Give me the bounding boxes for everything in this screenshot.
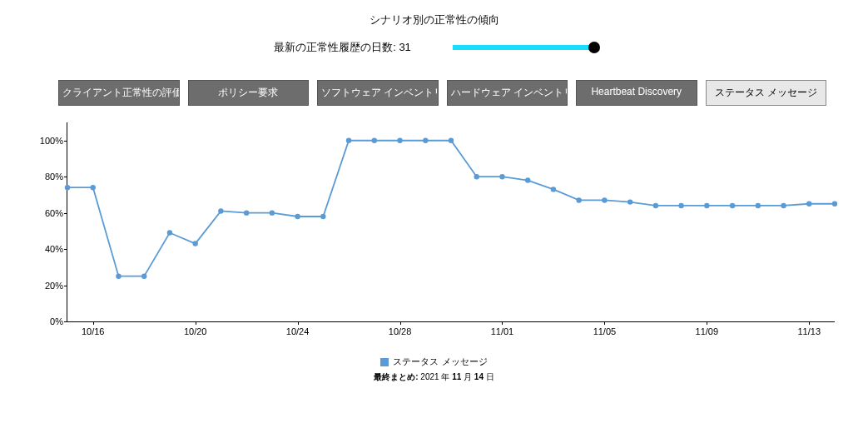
- last-updated: 最終まとめ: 2021 年 11 月 14 日: [8, 371, 860, 383]
- x-tick-label: 11/01: [491, 326, 514, 336]
- data-point: [525, 177, 530, 182]
- data-point: [192, 241, 197, 246]
- data-point: [602, 197, 607, 202]
- data-point: [65, 185, 70, 190]
- tab-status-messages[interactable]: ステータス メッセージ: [706, 80, 827, 106]
- x-tick-label: 10/28: [389, 326, 412, 336]
- data-point: [704, 203, 709, 208]
- slider-track: [453, 45, 594, 50]
- x-tick-label: 11/09: [696, 326, 719, 336]
- y-tick-label: 40%: [30, 244, 63, 254]
- data-point: [551, 187, 556, 192]
- legend-swatch: [380, 358, 389, 366]
- data-point: [806, 202, 811, 207]
- data-point: [244, 210, 249, 215]
- slider-thumb[interactable]: [588, 42, 600, 53]
- data-point: [781, 203, 786, 208]
- data-point: [678, 203, 683, 208]
- x-tick-label: 10/24: [286, 326, 310, 336]
- data-point: [218, 208, 223, 213]
- data-point: [397, 138, 402, 143]
- days-slider[interactable]: [453, 42, 594, 53]
- y-tick-label: 60%: [30, 208, 63, 218]
- data-point: [91, 185, 96, 190]
- y-tick-label: 20%: [30, 281, 63, 291]
- data-point: [320, 214, 325, 219]
- data-point: [474, 174, 479, 179]
- data-point: [449, 138, 454, 143]
- data-point: [116, 273, 121, 278]
- plot-area: 0%20%40%60%80%100%10/1610/2010/2410/2811…: [67, 122, 835, 322]
- tab-hardware-inventory[interactable]: ハードウェア インベントリ: [447, 80, 568, 106]
- data-point: [756, 203, 761, 208]
- data-point: [372, 138, 377, 143]
- data-point: [576, 197, 581, 202]
- series-line: [67, 141, 835, 276]
- data-point: [730, 203, 735, 208]
- line-series: [67, 122, 835, 321]
- x-tick-label: 11/13: [798, 326, 821, 336]
- x-tick-label: 10/20: [184, 326, 207, 336]
- slider-value: 31: [399, 41, 410, 53]
- tab-client-health-eval[interactable]: クライアント正常性の評価: [58, 80, 180, 106]
- legend-label: ステータス メッセージ: [393, 356, 487, 366]
- chart: 0%20%40%60%80%100%10/1610/2010/2410/2811…: [25, 114, 835, 347]
- tab-policy-request[interactable]: ポリシー要求: [188, 80, 310, 106]
- data-point: [141, 273, 146, 278]
- data-point: [346, 138, 351, 143]
- slider-label: 最新の正常性履歴の日数: 31: [274, 40, 411, 55]
- x-tick-label: 11/05: [593, 326, 617, 336]
- slider-label-prefix: 最新の正常性履歴の日数:: [274, 41, 399, 53]
- data-point: [167, 230, 172, 235]
- tab-heartbeat-discovery[interactable]: Heartbeat Discovery: [576, 80, 697, 106]
- legend: ステータス メッセージ: [8, 356, 860, 368]
- y-tick-label: 100%: [30, 136, 63, 146]
- slider-row: 最新の正常性履歴の日数: 31: [8, 40, 860, 55]
- data-point: [423, 138, 428, 143]
- data-point: [832, 202, 837, 207]
- scenario-tabs: クライアント正常性の評価ポリシー要求ソフトウェア インベントリハードウェア イン…: [8, 80, 860, 106]
- y-tick-label: 0%: [30, 316, 63, 326]
- data-point: [653, 203, 658, 208]
- data-point: [499, 174, 504, 179]
- page-title: シナリオ別の正常性の傾向: [8, 12, 860, 27]
- data-point: [627, 199, 632, 204]
- tab-software-inventory[interactable]: ソフトウェア インベントリ: [317, 80, 439, 106]
- y-tick-label: 80%: [30, 172, 63, 182]
- data-point: [270, 210, 275, 215]
- data-point: [295, 214, 300, 219]
- x-tick-label: 10/16: [82, 326, 105, 336]
